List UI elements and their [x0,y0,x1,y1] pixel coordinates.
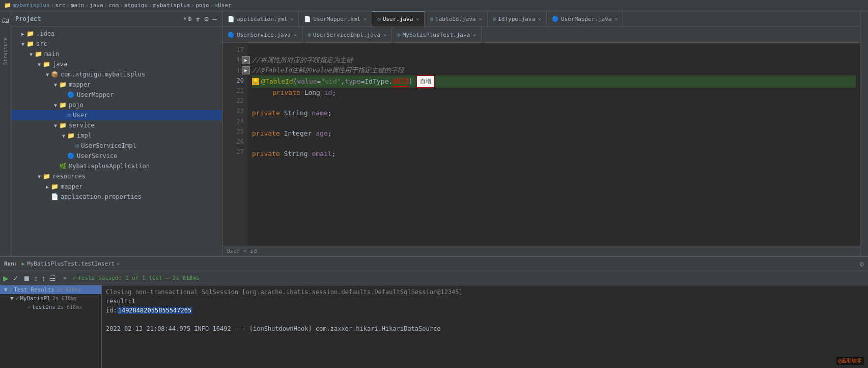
close-idtype-java[interactable]: ✕ [538,16,541,22]
run-play-button[interactable]: ▶ [2,273,10,283]
fold-icon-18[interactable]: ▶ [242,56,250,64]
tab-idtype-java[interactable]: ⚙ IdType.java ✕ [488,11,547,27]
run-panel-tab[interactable]: ▶ MyBatisPlusTest.testInsert ✕ [22,260,120,267]
idtype-icon: ⚙ [493,16,496,22]
string-type-23: String [284,108,308,118]
sidebar-item-main[interactable]: ▼ 📁 main [11,49,222,59]
code-editor[interactable]: 17 18 19 20 21 22 23 24 25 26 27 [222,43,860,246]
breadcrumb-atguigu[interactable]: atguigu [124,2,148,9]
sidebar-item-package[interactable]: ▼ 📦 com.atguigu.mybatisplus [11,69,222,80]
close-usermapper-xml[interactable]: ✕ [363,16,367,22]
sidebar-item-idea[interactable]: ▶ 📁 .idea [11,29,222,39]
linenum-26: 26 [222,137,244,147]
arrow-pojo-folder: ▼ [52,102,59,108]
sidebar-item-service-folder[interactable]: ▼ 📁 service [11,120,222,130]
tab-label-idtype-java: IdType.java [498,16,535,22]
folder-resources-icon: 📁 [43,173,50,180]
age-field: age [316,128,327,139]
java-label: java [52,61,67,68]
arrow-package: ▼ [44,72,51,77]
breadcrumb-pojo[interactable]: pojo [195,2,209,9]
close-userservice-java[interactable]: ✕ [294,32,297,38]
tab-user-java[interactable]: ⚙ User.java ✕ [372,11,425,27]
align-button[interactable]: ☰ [48,273,57,283]
comment-line-19: //@TableId注解的value属性用于指定主键的字段 [252,65,404,75]
close-sidebar-icon[interactable]: — [212,15,218,23]
tests-passed-text: Tests passed: 1 of 1 test – 2s 618ms [78,275,199,281]
sidebar-item-src[interactable]: ▼ 📁 src [11,39,222,49]
output-result-line: result:1 [106,297,864,306]
usermapper-java-icon: 🔵 [552,16,559,22]
tab-usermapper-java[interactable]: 🔵 UserMapper.java ✕ [547,11,623,27]
linenum-23: 23 [222,106,244,116]
sidebar-item-usermapper[interactable]: 🔵 UserMapper [11,90,222,100]
mybatispl-item[interactable]: ▼ ✓ MyBatisPl 2s 618ms [0,294,101,303]
folder-mapper-res-icon: 📁 [51,183,59,190]
breadcrumb-src[interactable]: src [55,2,65,9]
tab-application-yml[interactable]: 📄 application.yml ✕ [222,11,299,27]
folder-icon: 📁 [4,2,11,9]
close-application-yml[interactable]: ✕ [290,16,293,22]
collapse-icon[interactable]: ⇈ [195,15,201,23]
sidebar-item-mybatisapplication[interactable]: 🌿 MybatisplusApplication [11,161,222,171]
sidebar-item-userserviceimpl[interactable]: ⚙ UserServiceImpl [11,141,222,151]
testins-item[interactable]: ✓ testIns 2s 618ms [0,303,101,311]
tab-tableid-java[interactable]: ⚙ TableId.java ✕ [425,11,487,27]
sidebar-item-pojo-folder[interactable]: ▼ 📁 pojo [11,100,222,110]
fold-icon-19[interactable]: ▶ [242,66,250,74]
annotation-tableid: @TableId [261,76,293,87]
scroll-text: Closing non-transactional SqlSession [or… [106,288,463,296]
sidebar-item-userservice[interactable]: 🔵 UserService [11,151,222,161]
gear-settings-icon[interactable]: ⚙ [860,260,864,268]
breadcrumb-user[interactable]: User [218,2,232,9]
close-mybatisplustest-java[interactable]: ✕ [473,32,476,38]
sidebar-item-impl-folder[interactable]: ▼ 📁 impl [11,130,222,141]
breadcrumb-mybatisplus[interactable]: mybatisplus [13,2,50,9]
run-check-button[interactable]: ✓ [12,273,20,283]
locate-icon[interactable]: ⊕ [186,15,192,23]
folder-java-icon: 📁 [43,61,50,68]
close-user-java[interactable]: ✕ [416,16,419,22]
value-param: value [297,76,317,87]
code-content[interactable]: ▶ //将属性所对应的字段指定为主键 ▶ //@TableId注解的value属… [248,43,860,246]
breadcrumb-mybatisplus2[interactable]: mybatisplus [153,2,190,9]
folder-main-icon: 📁 [35,50,42,58]
sidebar-item-user[interactable]: ⚙ User [11,110,222,120]
breadcrumb-java[interactable]: java [90,2,103,9]
tab-bar-row2: 🔵 UserService.java ✕ ⚙ UserServiceImpl.j… [222,27,860,43]
tab-usermapper-xml[interactable]: 📄 UserMapper.xml ✕ [299,11,372,27]
id-value-text: 14928482055855547265 [117,307,193,314]
sidebar-item-mapper-res[interactable]: ▶ 📁 mapper [11,181,222,192]
run-tab-close[interactable]: ✕ [117,261,120,267]
sort-asc-button[interactable]: ↕ [33,273,39,283]
mybatisapp-icon: 🌿 [59,163,67,170]
close-tableid-java[interactable]: ✕ [479,16,482,22]
tab-label-userservice-java: UserService.java [237,32,291,38]
tab-label-userserviceimpl-java: UserServiceImpl.java [313,32,380,38]
tab-mybatisplustest-java[interactable]: ⚙ MyBatisPlusTest.java ✕ [392,27,482,42]
settings-icon[interactable]: ⚙ [203,15,209,23]
tab-userserviceimpl-java[interactable]: ⚙ UserServiceImpl.java ✕ [302,27,392,42]
sort-desc-button[interactable]: ↨ [41,273,46,283]
sidebar-item-resources[interactable]: ▼ 📁 resources [11,171,222,181]
close-usermapper-java[interactable]: ✕ [614,16,618,22]
breadcrumb-main[interactable]: main [71,2,85,9]
tab-label-mybatisplustest-java: MyBatisPlusTest.java [403,32,470,38]
arrow-mybatispl: ▼ [10,295,14,302]
breadcrumb-com[interactable]: com [108,2,119,9]
sidebar-item-app-props[interactable]: 📄 application.properties [11,192,222,202]
code-line-26 [252,139,856,149]
test-results-item[interactable]: ▼ ✓ Test Results 2s 618ms [0,285,101,294]
tests-passed-container: ✓ Tests passed: 1 of 1 test – 2s 618ms [73,275,200,281]
close-userserviceimpl-java[interactable]: ✕ [383,32,386,38]
userservice-icon: 🔵 [67,152,75,160]
project-icon[interactable]: 🗂 [2,15,10,25]
arrow-java: ▼ [36,62,43,67]
run-stop-button[interactable]: ⏹ [22,273,31,283]
tab-userservice-java[interactable]: 🔵 UserService.java ✕ [222,27,302,42]
app-props-label: application.properties [61,193,142,200]
sidebar-item-mapper-folder[interactable]: ▼ 📁 mapper [11,80,222,90]
sidebar-item-java[interactable]: ▼ 📁 java [11,59,222,69]
linenum-24: 24 [222,116,244,126]
structure-icon[interactable]: Structure [3,37,8,65]
